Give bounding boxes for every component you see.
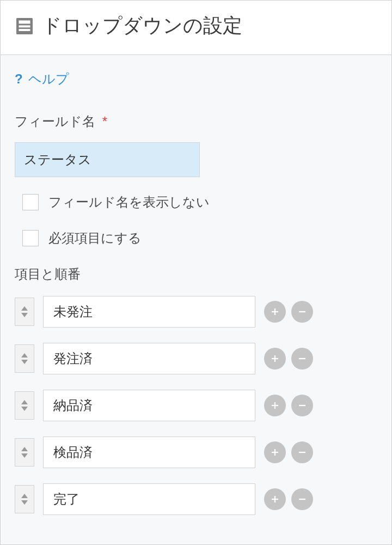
sort-handle-icon[interactable] [15, 391, 34, 420]
required-checkbox[interactable] [22, 230, 39, 246]
add-item-button[interactable] [264, 301, 286, 323]
add-item-button[interactable] [264, 395, 286, 416]
required-label: 必須項目にする [48, 229, 142, 247]
help-icon: ? [15, 71, 23, 87]
hide-name-checkbox[interactable] [22, 194, 39, 210]
remove-item-button[interactable] [291, 301, 313, 323]
field-name-input[interactable] [15, 142, 200, 177]
item-row [15, 390, 377, 421]
item-input[interactable] [43, 390, 255, 421]
item-input[interactable] [43, 296, 255, 328]
item-row [15, 483, 377, 515]
svg-rect-3 [19, 29, 30, 31]
help-link[interactable]: ? ヘルプ [15, 55, 377, 113]
remove-item-button[interactable] [291, 348, 313, 370]
add-item-button[interactable] [264, 488, 286, 510]
dialog-header: ドロップダウンの設定 [1, 1, 391, 55]
items-label: 項目と順番 [15, 265, 377, 283]
remove-item-button[interactable] [291, 441, 313, 463]
required-mark: * [102, 114, 107, 129]
item-row [15, 437, 377, 468]
items-container [15, 296, 377, 515]
sort-handle-icon[interactable] [15, 298, 34, 326]
dialog-title: ドロップダウンの設定 [42, 13, 242, 39]
item-input[interactable] [43, 343, 255, 374]
help-label: ヘルプ [28, 70, 69, 88]
svg-rect-1 [19, 20, 30, 23]
item-row [15, 343, 377, 374]
item-input[interactable] [43, 437, 255, 468]
hide-name-row: フィールド名を表示しない [15, 193, 377, 211]
remove-item-button[interactable] [291, 395, 313, 416]
svg-rect-2 [19, 25, 30, 27]
item-row [15, 296, 377, 328]
remove-item-button[interactable] [291, 488, 313, 510]
required-row: 必須項目にする [15, 229, 377, 247]
sort-handle-icon[interactable] [15, 438, 34, 467]
sort-handle-icon[interactable] [15, 485, 34, 513]
item-input[interactable] [43, 483, 255, 515]
dropdown-icon [15, 16, 34, 36]
hide-name-label: フィールド名を表示しない [48, 193, 210, 211]
sort-handle-icon[interactable] [15, 344, 34, 373]
dialog-body: ? ヘルプ フィールド名 * フィールド名を表示しない 必須項目にする 項目と順… [1, 55, 391, 544]
field-name-label: フィールド名 * [15, 113, 377, 130]
add-item-button[interactable] [264, 348, 286, 370]
add-item-button[interactable] [264, 441, 286, 463]
